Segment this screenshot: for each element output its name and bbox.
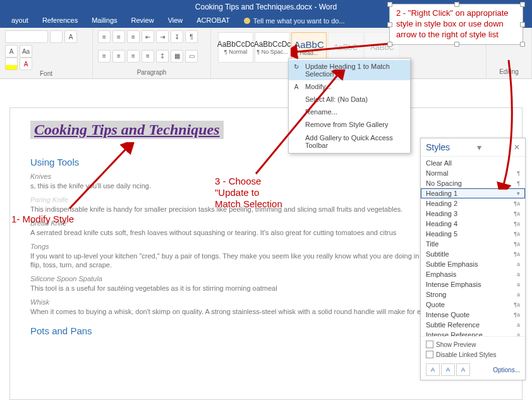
style-row-clear-all[interactable]: Clear All: [421, 158, 525, 168]
styles-pane-header: Styles ▾ ✕: [421, 138, 525, 157]
menu-rename[interactable]: Rename...: [289, 106, 410, 118]
style-row-heading-2[interactable]: Heading 2¶a: [421, 198, 525, 209]
style-row-heading-5[interactable]: Heading 5¶a: [421, 229, 525, 239]
window-title: Cooking Tips and Techniques.docx - Word: [195, 3, 337, 11]
doc-title-heading[interactable]: Cooking Tips and Techniques: [30, 121, 224, 139]
shrink-font-button[interactable]: A: [5, 45, 18, 58]
show-preview-checkbox[interactable]: Show Preview: [426, 341, 520, 348]
style-row-heading-1[interactable]: Heading 1▾: [421, 188, 525, 198]
selection-handle[interactable]: [387, 42, 392, 47]
tab-layout[interactable]: ayout: [5, 14, 35, 28]
paragraph-group-label: Paragraph: [98, 69, 205, 76]
decrease-indent-button[interactable]: ⇤: [142, 30, 154, 43]
checkbox-icon: [426, 341, 433, 348]
shading-button[interactable]: ▦: [171, 50, 183, 63]
styles-pane-title: Styles: [426, 142, 450, 152]
editing-group-label: Editing: [492, 68, 526, 75]
style-row-intense-reference[interactable]: Intense Referencea: [421, 330, 525, 336]
font-size-dropdown[interactable]: [50, 30, 63, 43]
grow-font-button[interactable]: A: [64, 30, 77, 43]
font-group-label: Font: [5, 70, 87, 77]
style-row-strong[interactable]: Stronga: [421, 289, 525, 300]
style-row-quote[interactable]: Quote¶a: [421, 300, 525, 310]
style-row-title[interactable]: Title¶a: [421, 239, 525, 249]
tab-acrobat[interactable]: ACROBAT: [190, 14, 236, 28]
font-name-dropdown[interactable]: [5, 30, 48, 43]
style-row-heading-4[interactable]: Heading 4¶a: [421, 219, 525, 229]
styles-list[interactable]: Clear AllNormal¶No Spacing¶Heading 1▾Hea…: [421, 157, 525, 336]
selection-handle[interactable]: [520, 22, 525, 27]
justify-button[interactable]: ≡: [142, 50, 154, 63]
checkbox-icon: [426, 351, 433, 358]
text-highlight-button[interactable]: [5, 58, 18, 70]
menu-add-qat[interactable]: Add Gallery to Quick Access Toolbar: [289, 131, 410, 152]
lightbulb-icon: [244, 18, 250, 24]
bullets-button[interactable]: ≡: [98, 30, 111, 43]
font-color-button[interactable]: A: [20, 58, 32, 70]
numbering-button[interactable]: ≡: [112, 30, 125, 43]
increase-indent-button[interactable]: ⇥: [156, 30, 169, 43]
align-center-button[interactable]: ≡: [112, 50, 125, 63]
selection-handle[interactable]: [454, 2, 459, 7]
style-row-intense-quote[interactable]: Intense Quote¶a: [421, 310, 525, 320]
modify-icon: A: [292, 82, 301, 91]
sort-button[interactable]: ↧: [171, 30, 183, 43]
style-row-no-spacing[interactable]: No Spacing¶: [421, 178, 525, 188]
annotation-2-callout: 2 - "Right Click" on appropriate style i…: [389, 4, 523, 45]
style-row-normal[interactable]: Normal¶: [421, 168, 525, 178]
selection-handle[interactable]: [520, 42, 525, 47]
style-row-emphasis[interactable]: Emphasisa: [421, 269, 525, 279]
selection-handle[interactable]: [454, 42, 459, 47]
style-row-subtitle[interactable]: Subtitle¶a: [421, 249, 525, 259]
tell-me-search[interactable]: Tell me what you want to do...: [244, 14, 345, 28]
paragraph-group: ≡ ≡ ≡ ⇤ ⇥ ↧ ¶ ≡ ≡ ≡ ≡ ‡ ▦ ▭ Paragraph: [93, 28, 211, 78]
multilevel-button[interactable]: ≡: [127, 30, 140, 43]
tab-view[interactable]: View: [162, 14, 190, 28]
style-row-subtle-emphasis[interactable]: Subtle Emphasisa: [421, 259, 525, 269]
style-no-spacing[interactable]: AaBbCcDc¶ No Spac...: [255, 32, 290, 63]
styles-pane-footer: Show Preview Disable Linked Styles A A A…: [421, 336, 525, 380]
styles-options-link[interactable]: Options...: [493, 367, 520, 373]
align-right-button[interactable]: ≡: [127, 50, 140, 63]
line-spacing-button[interactable]: ‡: [156, 50, 169, 63]
selection-handle[interactable]: [387, 22, 392, 27]
style-row-heading-3[interactable]: Heading 3¶a: [421, 209, 525, 219]
manage-styles-button[interactable]: A: [456, 363, 470, 376]
close-icon[interactable]: ✕: [514, 143, 520, 152]
new-style-button[interactable]: A: [426, 363, 440, 376]
annotation-1: 1- Modify Style: [11, 214, 74, 225]
annotation-3: 3 - Choose "Update to Match Selection: [215, 176, 282, 210]
tab-mailings[interactable]: Mailings: [85, 14, 123, 28]
styles-pane: Styles ▾ ✕ Clear AllNormal¶No Spacing¶He…: [420, 138, 526, 380]
tab-references[interactable]: References: [36, 14, 84, 28]
borders-button[interactable]: ▭: [185, 50, 198, 63]
style-row-subtle-reference[interactable]: Subtle Referencea: [421, 320, 525, 330]
styles-pane-dropdown-icon[interactable]: ▾: [477, 142, 487, 152]
disable-linked-checkbox[interactable]: Disable Linked Styles: [426, 351, 520, 358]
menu-remove-gallery[interactable]: Remove from Style Gallery: [289, 118, 410, 131]
tell-me-placeholder: Tell me what you want to do...: [253, 17, 345, 25]
change-case-button[interactable]: Aa: [20, 45, 32, 58]
align-left-button[interactable]: ≡: [98, 50, 111, 63]
font-group: A A Aa A Font: [0, 28, 93, 78]
style-row-intense-emphasis[interactable]: Intense Emphasisa: [421, 279, 525, 289]
menu-update-to-match[interactable]: ↻Update Heading 1 to Match Selection: [289, 60, 410, 80]
update-icon: ↻: [292, 62, 301, 71]
selection-handle[interactable]: [520, 2, 525, 7]
selection-handle[interactable]: [387, 2, 392, 7]
style-normal[interactable]: AaBbCcDc¶ Normal: [218, 32, 253, 63]
menu-select-all[interactable]: Select All: (No Data): [289, 93, 410, 106]
tab-review[interactable]: Review: [125, 14, 160, 28]
show-marks-button[interactable]: ¶: [185, 30, 198, 43]
style-context-menu: ↻Update Heading 1 to Match Selection AMo…: [288, 58, 411, 154]
menu-modify[interactable]: AModify...: [289, 80, 410, 93]
style-inspector-button[interactable]: A: [441, 363, 455, 376]
